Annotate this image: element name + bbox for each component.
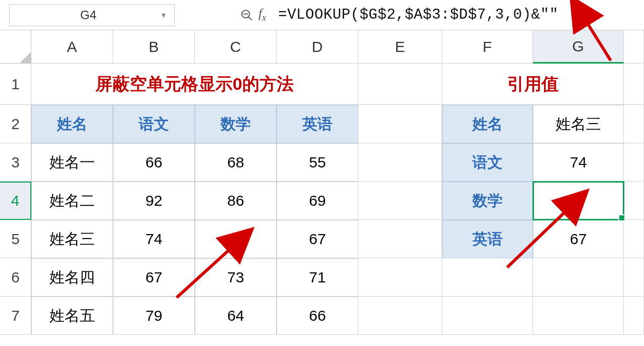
cell-A4[interactable]: 姓名二 — [31, 182, 113, 220]
cell-D6[interactable]: 71 — [277, 258, 358, 297]
cell-E2[interactable] — [358, 105, 442, 143]
col-header-D[interactable]: D — [277, 30, 358, 64]
right-label-name[interactable]: 姓名 — [442, 105, 533, 143]
row-6: 6 姓名四 67 73 71 — [0, 258, 644, 297]
cell-C3[interactable]: 68 — [195, 143, 277, 182]
column-header-row: A B C D E F G — [0, 30, 644, 64]
cell-C6[interactable]: 73 — [195, 258, 277, 297]
cell-C4[interactable]: 86 — [195, 182, 277, 220]
row-5: 5 姓名三 74 67 英语 67 — [0, 220, 644, 258]
formula-input[interactable] — [275, 4, 635, 26]
col-header-F[interactable]: F — [442, 30, 533, 64]
cell-G6[interactable] — [533, 258, 624, 297]
left-header-math[interactable]: 数学 — [195, 105, 277, 143]
cell-E1[interactable] — [358, 64, 442, 105]
chevron-down-icon[interactable]: ▼ — [160, 11, 167, 19]
cell-E5[interactable] — [358, 220, 442, 258]
cell-A6[interactable]: 姓名四 — [31, 258, 113, 297]
row-1: 1 屏蔽空单元格显示0的方法 引用值 — [0, 64, 644, 105]
cell-B6[interactable]: 67 — [113, 258, 195, 297]
cell-D3[interactable]: 55 — [277, 143, 358, 182]
name-box-value: G4 — [17, 8, 160, 22]
cell-E3[interactable] — [358, 143, 442, 182]
row-header-7[interactable]: 7 — [0, 297, 31, 335]
cell-E7[interactable] — [358, 297, 442, 335]
title-left[interactable]: 屏蔽空单元格显示0的方法 — [31, 64, 358, 105]
col-header-overflow — [624, 30, 644, 64]
col-header-G[interactable]: G — [533, 30, 624, 64]
cell-F7[interactable] — [442, 297, 533, 335]
cell-E4[interactable] — [358, 182, 442, 220]
left-header-english[interactable]: 英语 — [277, 105, 358, 143]
fx-icon[interactable]: fx — [258, 6, 266, 23]
right-label-math[interactable]: 数学 — [442, 182, 533, 220]
cell-B7[interactable]: 79 — [113, 297, 195, 335]
row-header-1[interactable]: 1 — [0, 64, 31, 105]
row-3: 3 姓名一 66 68 55 语文 74 — [0, 143, 644, 182]
left-header-name[interactable]: 姓名 — [31, 105, 113, 143]
row-header-2[interactable]: 2 — [0, 105, 31, 143]
cell-B3[interactable]: 66 — [113, 143, 195, 182]
cell-G7[interactable] — [533, 297, 624, 335]
cell-F6[interactable] — [442, 258, 533, 297]
right-value-english[interactable]: 67 — [533, 220, 624, 258]
cell-A5[interactable]: 姓名三 — [31, 220, 113, 258]
cell-B5[interactable]: 74 — [113, 220, 195, 258]
spreadsheet-grid: A B C D E F G 1 屏蔽空单元格显示0的方法 引用值 2 姓名 语文… — [0, 30, 644, 335]
cell-G4-selected[interactable] — [533, 182, 624, 220]
right-value-chinese[interactable]: 74 — [533, 143, 624, 182]
col-header-C[interactable]: C — [195, 30, 277, 64]
right-label-chinese[interactable]: 语文 — [442, 143, 533, 182]
title-right[interactable]: 引用值 — [442, 64, 624, 105]
row-header-5[interactable]: 5 — [0, 220, 31, 258]
row-7: 7 姓名五 79 64 66 — [0, 297, 644, 335]
select-all-corner[interactable] — [0, 30, 31, 64]
right-value-name[interactable]: 姓名三 — [533, 105, 624, 143]
formula-bar: G4 ▼ fx — [0, 0, 644, 30]
row-2: 2 姓名 语文 数学 英语 姓名 姓名三 — [0, 105, 644, 143]
col-header-B[interactable]: B — [113, 30, 195, 64]
row-header-6[interactable]: 6 — [0, 258, 31, 297]
cell-D4[interactable]: 69 — [277, 182, 358, 220]
row-4: 4 姓名二 92 86 69 数学 — [0, 182, 644, 220]
fx-group: fx — [240, 6, 270, 23]
cell-B4[interactable]: 92 — [113, 182, 195, 220]
cell-A7[interactable]: 姓名五 — [31, 297, 113, 335]
cell-E6[interactable] — [358, 258, 442, 297]
right-label-english[interactable]: 英语 — [442, 220, 533, 258]
name-box[interactable]: G4 ▼ — [9, 4, 175, 26]
svg-line-1 — [248, 17, 252, 20]
cell-D7[interactable]: 66 — [277, 297, 358, 335]
col-header-A[interactable]: A — [31, 30, 113, 64]
cell-C5[interactable] — [195, 220, 277, 258]
col-header-E[interactable]: E — [358, 30, 442, 64]
zoom-out-icon[interactable] — [240, 9, 253, 22]
cell-A3[interactable]: 姓名一 — [31, 143, 113, 182]
left-header-chinese[interactable]: 语文 — [113, 105, 195, 143]
cell-C7[interactable]: 64 — [195, 297, 277, 335]
row-header-4[interactable]: 4 — [0, 182, 31, 220]
row-header-3[interactable]: 3 — [0, 143, 31, 182]
cell-D5[interactable]: 67 — [277, 220, 358, 258]
